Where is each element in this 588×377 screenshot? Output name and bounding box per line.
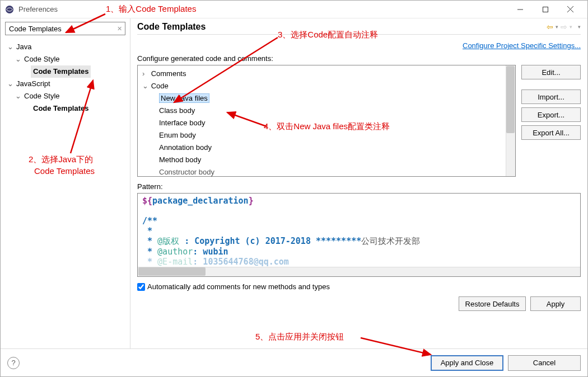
maximize-button[interactable]: [533, 1, 558, 18]
title-bar: Preferences: [1, 1, 587, 18]
auto-comments-checkbox[interactable]: [137, 283, 145, 291]
back-icon[interactable]: ⇦: [547, 22, 553, 31]
tree-node-js-code-style[interactable]: Code Style: [22, 90, 62, 102]
caret-down-icon[interactable]: ⌄: [15, 90, 22, 102]
tree-node-java[interactable]: Java: [14, 41, 34, 53]
export-all-button[interactable]: Export All...: [521, 125, 581, 140]
caret-down-icon[interactable]: ⌄: [142, 80, 149, 92]
caret-down-icon[interactable]: ⌄: [7, 41, 14, 53]
caret-down-icon[interactable]: ⌄: [7, 78, 14, 90]
minimize-button[interactable]: [507, 1, 533, 18]
dialog-footer: ? Apply and Close Cancel: [1, 348, 587, 376]
help-icon[interactable]: ?: [7, 357, 20, 369]
apply-button[interactable]: Apply: [530, 296, 581, 311]
templates-tree[interactable]: › Comments ⌄ Code New Java files Class b…: [137, 65, 516, 177]
configure-label: Configure generated code and comments:: [137, 54, 581, 63]
preferences-sidebar: ✕ ⌄Java ⌄Code Style Code Templates ⌄Java…: [1, 18, 130, 348]
tree-item-comments[interactable]: Comments: [151, 69, 186, 78]
tree-node-javascript[interactable]: JavaScript: [14, 78, 53, 90]
scrollbar[interactable]: [506, 65, 515, 176]
filter-input[interactable]: [5, 22, 125, 35]
horizontal-scrollbar[interactable]: [138, 267, 580, 276]
project-settings-link[interactable]: Configure Project Specific Settings...: [463, 41, 581, 50]
nav-icons: ⇦ ▾ ⇨ ▾ ▾: [547, 22, 581, 31]
tree-node-code-style[interactable]: Code Style: [22, 53, 62, 65]
menu-icon[interactable]: ▾: [578, 24, 581, 30]
tree-item-class-body[interactable]: Class body: [159, 106, 195, 115]
import-button[interactable]: Import...: [521, 89, 581, 104]
clear-filter-icon[interactable]: ✕: [117, 25, 122, 32]
restore-defaults-button[interactable]: Restore Defaults: [459, 296, 526, 311]
close-button[interactable]: [558, 1, 583, 18]
tree-item-annotation-body[interactable]: Annotation body: [159, 143, 212, 152]
pattern-textarea[interactable]: ${package_declaration} /** * * @版权 : Cop…: [137, 193, 581, 277]
tree-item-constructor-body[interactable]: Constructor body: [159, 168, 214, 176]
export-button[interactable]: Export...: [521, 107, 581, 122]
window-title: Preferences: [18, 5, 507, 13]
auto-comments-label: Automatically add comments for new metho…: [147, 282, 330, 291]
tree-node-js-code-templates[interactable]: Code Templates: [31, 102, 91, 115]
tree-item-method-body[interactable]: Method body: [159, 155, 201, 164]
chevron-down-icon[interactable]: ▾: [556, 24, 558, 30]
category-tree[interactable]: ⌄Java ⌄Code Style Code Templates ⌄JavaSc…: [1, 39, 130, 348]
apply-and-close-button[interactable]: Apply and Close: [431, 355, 503, 371]
edit-button[interactable]: Edit...: [521, 65, 581, 79]
page-title: Code Templates: [137, 22, 547, 32]
eclipse-icon: [5, 5, 14, 14]
tree-item-interface-body[interactable]: Interface body: [159, 119, 205, 127]
svg-rect-3: [543, 7, 548, 12]
caret-down-icon[interactable]: ⌄: [15, 53, 22, 65]
forward-icon: ⇨: [561, 22, 567, 31]
tree-node-code-templates[interactable]: Code Templates: [31, 65, 91, 78]
tree-item-new-java-files[interactable]: New Java files: [159, 93, 209, 103]
caret-right-icon[interactable]: ›: [142, 68, 149, 80]
pattern-label: Pattern:: [137, 182, 581, 191]
chevron-down-icon: ▾: [570, 24, 572, 30]
tree-item-enum-body[interactable]: Enum body: [159, 131, 196, 139]
tree-item-code[interactable]: Code: [151, 82, 169, 90]
preferences-page: Code Templates ⇦ ▾ ⇨ ▾ ▾ Configure Proje…: [130, 18, 587, 348]
cancel-button[interactable]: Cancel: [508, 355, 581, 371]
